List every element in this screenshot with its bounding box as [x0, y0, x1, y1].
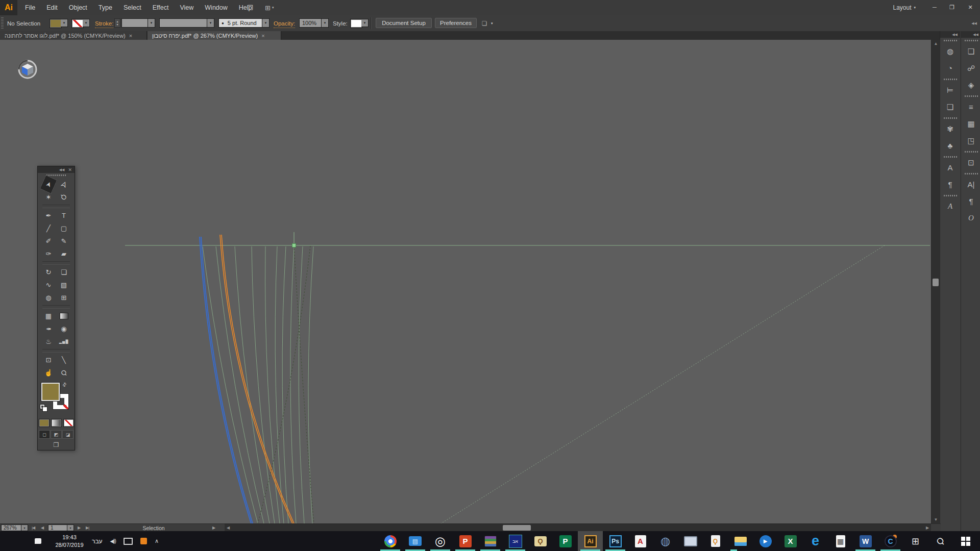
dashed-green-lines[interactable]	[258, 245, 314, 523]
brush-definition-field[interactable]: ● 5 pt. Round	[218, 18, 262, 28]
stroke-panel-icon[interactable]: ≡	[961, 98, 980, 115]
mesh-tool[interactable]: ▦	[41, 310, 56, 322]
cleaner-app-icon[interactable]: C	[878, 531, 903, 551]
rectangle-tool[interactable]: ▢	[56, 222, 71, 235]
publisher-icon[interactable]: P	[553, 531, 578, 551]
blend-tool[interactable]: ◉	[56, 322, 71, 335]
stroke-color-swatch[interactable]	[71, 19, 84, 28]
tab-close-icon[interactable]: ×	[261, 33, 264, 39]
opacity-dropdown[interactable]: ▾	[322, 18, 329, 28]
scroll-up-icon[interactable]: ▲	[932, 40, 940, 47]
panel-grip[interactable]	[38, 173, 75, 178]
language-indicator[interactable]: עבר	[92, 538, 103, 545]
winrar-icon[interactable]	[478, 531, 503, 551]
scroll-down-icon[interactable]: ▼	[932, 516, 940, 523]
app-bar-window-icon[interactable]: ❐	[247, 0, 253, 15]
media-player-icon[interactable]: ▶	[753, 531, 778, 551]
illustrator-icon[interactable]: Ai	[578, 531, 603, 551]
workspace-switcher[interactable]: Layout ▾	[893, 0, 916, 15]
calculator-icon[interactable]: ▦	[828, 531, 853, 551]
stroke-weight-dropdown[interactable]: ▾	[148, 18, 155, 28]
status-expand-icon[interactable]: ▶	[212, 524, 215, 531]
symbol-sprayer-tool[interactable]: ♨	[41, 335, 56, 348]
stroke-dropdown[interactable]: ▾	[83, 19, 90, 27]
appearance-panel-icon[interactable]: ❏	[961, 43, 980, 60]
paintbrush-tool[interactable]: ✐	[41, 235, 56, 247]
draw-inside-mode[interactable]: ◪	[62, 430, 74, 439]
previous-artboard-button[interactable]: ◀	[41, 524, 43, 531]
opacity-field[interactable]: 100%	[299, 18, 322, 28]
diagonal-guide-line[interactable]	[441, 245, 885, 523]
brushes-panel-icon[interactable]: ✾	[940, 120, 960, 137]
control-bar-collapse-icon[interactable]: ◀◀	[971, 15, 977, 31]
screen-mode-button[interactable]: ❐	[38, 440, 75, 450]
doc-search-icon[interactable]: Ϙ	[703, 531, 728, 551]
scroll-left-icon[interactable]: ◀	[225, 524, 232, 532]
pen-tool[interactable]: ✒	[41, 209, 56, 222]
menu-select[interactable]: Select	[118, 0, 147, 15]
menu-type[interactable]: Type	[93, 0, 118, 15]
zoom-level-field[interactable]: 267%	[1, 524, 21, 531]
orange-curve[interactable]	[220, 235, 294, 523]
horizontal-scrollbar[interactable]: ◀ ▶	[225, 523, 931, 532]
search-icon[interactable]: Ϙ	[928, 531, 953, 551]
opentype-panel-icon[interactable]: O	[961, 210, 980, 227]
unicode-app-icon[interactable]: אב	[503, 531, 528, 551]
swatches-panel-icon[interactable]: ▦	[961, 115, 980, 132]
gradient-button[interactable]	[51, 419, 62, 427]
menu-effect[interactable]: Effect	[147, 0, 175, 15]
close-button[interactable]: ✕	[962, 0, 979, 14]
anchor-point[interactable]	[292, 244, 296, 247]
width-tool[interactable]: ∿	[41, 279, 56, 291]
scroll-search-icon[interactable]: Ϙ	[528, 531, 553, 551]
color-panel-icon[interactable]: ◍	[940, 43, 960, 60]
expand-panels-icon[interactable]: ◀◀	[973, 33, 978, 37]
menu-file[interactable]: File	[19, 0, 41, 15]
layers-panel-icon[interactable]: ◈	[961, 77, 980, 93]
links-panel-icon[interactable]: ☍	[961, 60, 980, 77]
pencil-tool[interactable]: ✎	[56, 235, 71, 247]
eyedropper-tool[interactable]: ✒	[41, 322, 56, 335]
default-fill-stroke-icon[interactable]	[40, 405, 47, 412]
close-panel-icon[interactable]: ✕	[68, 167, 72, 172]
last-artboard-button[interactable]: ▶|	[86, 524, 89, 531]
menu-object[interactable]: Object	[63, 0, 93, 15]
style-dropdown[interactable]: ▾	[361, 19, 369, 27]
swap-fill-stroke-icon[interactable]: ⇄	[61, 381, 68, 388]
vertical-scroll-thumb[interactable]	[933, 279, 939, 286]
remote-desktop-icon[interactable]	[678, 531, 703, 551]
gradient-tool[interactable]	[56, 310, 71, 322]
select-similar-icon[interactable]: ❏	[482, 15, 487, 31]
next-artboard-button[interactable]: ▶	[78, 524, 80, 531]
document-tab-active[interactable]: יפרח סיטבון.pdf* @ 267% (CMYK/Preview) ×	[148, 31, 281, 40]
free-transform-tool[interactable]: ▧	[56, 279, 71, 291]
character-styles-panel-icon[interactable]: A	[940, 159, 960, 176]
taskbar-clock[interactable]: 19:43 28/07/2019	[49, 531, 90, 551]
artboard-dropdown[interactable]: ▾	[67, 524, 74, 531]
brush-definition-dropdown[interactable]: ▾	[262, 18, 270, 28]
gradient-panel-icon[interactable]: ◔	[940, 60, 960, 77]
paragraph-panel-icon[interactable]: ¶	[961, 193, 980, 210]
none-button[interactable]	[63, 419, 74, 427]
document-setup-button[interactable]: Document Setup	[376, 18, 432, 28]
menu-view[interactable]: View	[174, 0, 199, 15]
file-explorer-icon[interactable]	[728, 531, 753, 551]
shape-builder-tool[interactable]: ◍	[41, 291, 56, 304]
style-swatch[interactable]	[350, 19, 362, 28]
column-graph-tool[interactable]: ▂▅█	[56, 335, 71, 348]
document-tab[interactable]: לוגו אסתר לחתונה.pdf* @ 150% (CMYK/Previ…	[0, 31, 147, 40]
edge-icon[interactable]: e	[803, 531, 828, 551]
blob-brush-tool[interactable]: ✑	[41, 247, 56, 260]
word-icon[interactable]: W	[853, 531, 878, 551]
notification-center-icon[interactable]	[35, 538, 41, 544]
dock-header[interactable]: ◀◀	[940, 31, 960, 38]
artboards-panel-icon[interactable]: ⊡	[961, 154, 980, 171]
network-icon[interactable]	[124, 538, 133, 545]
volume-icon[interactable]: ◀))	[110, 538, 116, 544]
glyphs-panel-icon[interactable]: A	[940, 198, 960, 215]
tray-app-icon[interactable]	[140, 538, 147, 544]
horizontal-scroll-thumb[interactable]	[503, 525, 531, 531]
variable-width-dropdown[interactable]: ▾	[207, 18, 214, 28]
contacts-app-icon[interactable]: ▤	[403, 531, 428, 551]
line-segment-tool[interactable]: ╱	[41, 222, 56, 235]
